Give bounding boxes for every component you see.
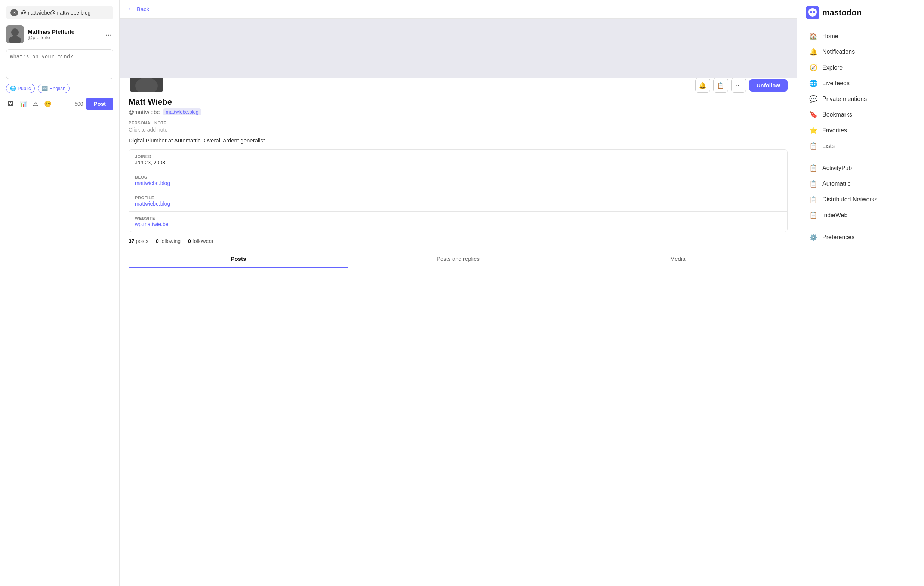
mastodon-logo-icon <box>806 6 819 20</box>
nav-private-mentions[interactable]: 💬 Private mentions <box>806 91 915 107</box>
nav-lists-label: Lists <box>822 143 835 150</box>
nav-activitypub-label: ActivityPub <box>822 165 852 172</box>
right-nav: 🏠 Home 🔔 Notifications 🧭 Explore 🌐 Live … <box>806 28 915 245</box>
more-options-button[interactable]: ··· <box>104 29 113 40</box>
nav-divider-1 <box>806 157 915 157</box>
distributed-networks-icon: 📋 <box>809 195 818 204</box>
nav-bookmarks[interactable]: 🔖 Bookmarks <box>806 107 915 122</box>
activitypub-icon: 📋 <box>809 164 818 172</box>
gear-icon: ⚙️ <box>809 233 818 241</box>
nav-activitypub[interactable]: 📋 ActivityPub <box>806 160 915 176</box>
followers-stat: 0 followers <box>188 238 213 244</box>
copy-button[interactable]: 📋 <box>713 78 728 93</box>
profile-display-name: Matt Wiebe <box>129 97 787 107</box>
tabs-row: Posts Posts and replies Media <box>129 250 787 268</box>
automattic-icon: 📋 <box>809 180 818 188</box>
mastodon-logo: mastodon <box>806 6 915 20</box>
nav-explore[interactable]: 🧭 Explore <box>806 60 915 76</box>
tab-media[interactable]: Media <box>568 250 787 268</box>
profile-info: Matthias Pfefferle @pfefferle <box>28 28 100 40</box>
list-icon: 📋 <box>809 142 818 150</box>
bookmark-icon: 🔖 <box>809 111 818 119</box>
info-label-profile: PROFILE <box>135 195 781 200</box>
posts-count: 37 <box>129 238 135 244</box>
nav-preferences[interactable]: ⚙️ Preferences <box>806 229 915 245</box>
nav-explore-label: Explore <box>822 64 843 71</box>
nav-favorites[interactable]: ⭐ Favorites <box>806 122 915 138</box>
profile-actions: 🔔 📋 ··· Unfollow <box>695 78 787 93</box>
nav-bookmarks-label: Bookmarks <box>822 111 852 118</box>
right-sidebar: mastodon 🏠 Home 🔔 Notifications 🧭 Explor… <box>797 0 924 586</box>
compose-toolbar: 🖼 📊 ⚠ 😊 500 Post <box>6 97 113 110</box>
poll-button[interactable]: 📊 <box>18 99 28 109</box>
nav-automattic[interactable]: 📋 Automattic <box>806 176 915 192</box>
tab-posts[interactable]: Posts <box>129 250 348 268</box>
close-icon[interactable]: ✕ <box>10 9 18 17</box>
profile-row: Matthias Pfefferle @pfefferle ··· <box>6 24 113 45</box>
info-value-joined: Jan 23, 2008 <box>135 160 781 165</box>
visibility-button[interactable]: 🌐 Public <box>6 84 35 93</box>
info-label-joined: JOINED <box>135 154 781 159</box>
personal-note-label: PERSONAL NOTE <box>129 121 787 125</box>
profile-handle: @pfefferle <box>28 35 100 40</box>
unfollow-button[interactable]: Unfollow <box>749 79 787 92</box>
account-badge[interactable]: ✕ @mattwiebe@mattwiebe.blog <box>6 6 113 20</box>
followers-count: 0 <box>188 238 191 244</box>
translate-icon: 🔤 <box>42 86 48 91</box>
nav-automattic-label: Automattic <box>822 180 851 187</box>
info-label-website: WEBSITE <box>135 216 781 221</box>
profile-header-bg <box>120 19 797 79</box>
profile-name: Matthias Pfefferle <box>28 28 100 35</box>
info-label-blog: BLOG <box>135 175 781 179</box>
nav-distributed-networks[interactable]: 📋 Distributed Networks <box>806 192 915 207</box>
info-value-website[interactable]: wp.mattwie.be <box>135 221 781 227</box>
nav-indieweb-label: IndieWeb <box>822 212 847 219</box>
nav-favorites-label: Favorites <box>822 127 847 134</box>
following-count: 0 <box>156 238 159 244</box>
profile-handle-row: @mattwiebe mattwiebe.blog <box>129 108 787 116</box>
nav-distributed-networks-label: Distributed Networks <box>822 196 878 203</box>
home-icon: 🏠 <box>809 32 818 40</box>
nav-notifications[interactable]: 🔔 Notifications <box>806 44 915 60</box>
bell-icon: 🔔 <box>809 48 818 56</box>
back-label: Back <box>137 6 149 12</box>
nav-home[interactable]: 🏠 Home <box>806 28 915 44</box>
svg-point-1 <box>11 28 19 36</box>
mastodon-logo-text: mastodon <box>822 8 861 18</box>
notify-button[interactable]: 🔔 <box>695 78 710 93</box>
personal-note-click[interactable]: Click to add note <box>129 127 787 133</box>
tab-posts-replies[interactable]: Posts and replies <box>348 250 568 268</box>
stats-row: 37 posts 0 following 0 followers <box>129 238 787 244</box>
nav-private-mentions-label: Private mentions <box>822 96 867 102</box>
language-button[interactable]: 🔤 English <box>38 84 69 93</box>
info-value-blog[interactable]: mattwiebe.blog <box>135 180 781 186</box>
profile-info-table: JOINED Jan 23, 2008 BLOG mattwiebe.blog … <box>129 150 787 232</box>
left-sidebar: ✕ @mattwiebe@mattwiebe.blog Matthias Pfe… <box>0 0 120 586</box>
warning-button[interactable]: ⚠ <box>31 99 40 109</box>
star-icon: ⭐ <box>809 126 818 135</box>
compose-textarea[interactable] <box>6 50 113 79</box>
nav-notifications-label: Notifications <box>822 49 855 55</box>
info-row-website: WEBSITE wp.mattwie.be <box>129 211 787 232</box>
post-button[interactable]: Post <box>86 97 113 110</box>
indieweb-icon: 📋 <box>809 211 818 220</box>
image-button[interactable]: 🖼 <box>6 99 15 109</box>
main-content: ← Back 🔔 📋 ··· Unfollow <box>120 0 797 586</box>
info-row-joined: JOINED Jan 23, 2008 <box>129 150 787 170</box>
compose-options: 🌐 Public 🔤 English <box>6 84 113 93</box>
nav-divider-2 <box>806 226 915 226</box>
emoji-button[interactable]: 😊 <box>43 99 53 109</box>
nav-live-feeds[interactable]: 🌐 Live feeds <box>806 76 915 91</box>
svg-point-10 <box>810 11 812 13</box>
nav-live-feeds-label: Live feeds <box>822 80 850 87</box>
instance-badge[interactable]: mattwiebe.blog <box>163 108 201 116</box>
nav-home-label: Home <box>822 33 838 40</box>
nav-lists[interactable]: 📋 Lists <box>806 138 915 154</box>
more-button[interactable]: ··· <box>731 78 746 93</box>
compass-icon: 🧭 <box>809 64 818 72</box>
nav-indieweb[interactable]: 📋 IndieWeb <box>806 207 915 223</box>
svg-point-11 <box>813 11 815 13</box>
back-bar[interactable]: ← Back <box>120 0 797 19</box>
info-value-profile[interactable]: mattwiebe.blog <box>135 201 781 207</box>
following-stat: 0 following <box>156 238 180 244</box>
